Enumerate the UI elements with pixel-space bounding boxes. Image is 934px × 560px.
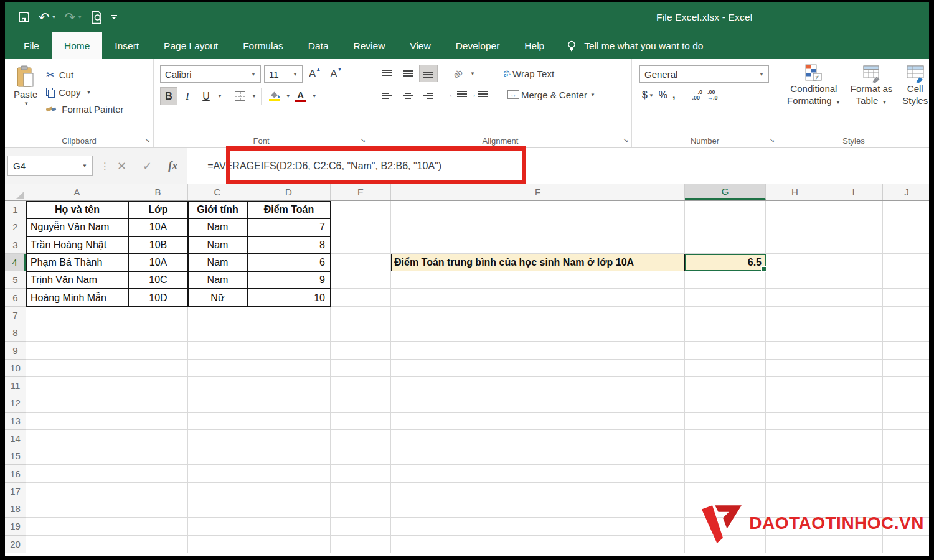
accounting-format-button[interactable]: $▼ [642,90,654,101]
font-color-chevron-icon[interactable]: ▼ [312,93,317,99]
cell-E15[interactable] [331,447,391,465]
tab-formulas[interactable]: Formulas [230,32,296,59]
cell-J2[interactable] [883,218,929,236]
cell-A19[interactable] [26,518,128,535]
cell-D17[interactable] [247,483,331,500]
cell-G1[interactable] [685,201,766,218]
cell-A11[interactable] [26,377,128,394]
cell-H13[interactable] [766,413,824,430]
cell-F12[interactable] [391,394,685,412]
row-header-17[interactable]: 17 [5,483,26,500]
decrease-decimal-button[interactable]: .00→.0 [707,90,718,101]
cell-F5[interactable] [391,271,685,289]
borders-chevron-icon[interactable]: ▼ [252,93,257,99]
cell-C3[interactable]: Nam [188,236,247,254]
cell-D1[interactable]: Điểm Toán [247,201,331,218]
cell-A20[interactable] [26,536,128,553]
fill-color-chevron-icon[interactable]: ▼ [286,93,291,99]
cell-F3[interactable] [391,236,685,254]
cell-D13[interactable] [247,413,331,430]
column-header-E[interactable]: E [331,184,391,200]
cell-I10[interactable] [824,360,883,377]
column-header-B[interactable]: B [128,184,188,200]
cell-C6[interactable]: Nữ [188,289,247,306]
cell-F2[interactable] [391,218,685,236]
cell-H17[interactable] [766,483,824,500]
row-header-2[interactable]: 2 [5,218,26,236]
cell-I2[interactable] [824,218,883,236]
cell-G7[interactable] [685,307,766,324]
align-center-button[interactable] [399,86,417,103]
cell-G6[interactable] [685,289,766,306]
orientation-button[interactable]: ab [448,65,467,82]
cell-J1[interactable] [883,201,929,218]
cell-A18[interactable] [26,500,128,518]
align-left-button[interactable] [378,86,397,103]
row-header-16[interactable]: 16 [5,465,26,482]
cell-B18[interactable] [128,500,188,518]
fill-handle[interactable] [761,266,767,272]
cell-I4[interactable] [824,254,883,271]
cell-H2[interactable] [766,218,824,236]
cell-D8[interactable] [247,324,331,342]
cell-H15[interactable] [766,447,824,465]
increase-decimal-button[interactable]: ←.0.00 [692,90,703,101]
cell-F9[interactable] [391,342,685,359]
tab-insert[interactable]: Insert [102,32,151,59]
cell-E10[interactable] [331,360,391,377]
cell-D5[interactable]: 9 [247,271,331,289]
cell-C8[interactable] [188,324,247,342]
cell-H4[interactable] [766,254,824,271]
cell-A3[interactable]: Trần Hoàng Nhật [26,236,128,254]
cell-H12[interactable] [766,394,824,412]
cell-D6[interactable]: 10 [247,289,331,306]
cell-E4[interactable] [331,254,391,271]
row-header-13[interactable]: 13 [5,413,26,430]
cell-D2[interactable]: 7 [247,218,331,236]
cell-J14[interactable] [883,430,929,447]
cell-B12[interactable] [128,394,188,412]
row-header-1[interactable]: 1 [5,201,26,218]
cell-C15[interactable] [188,447,247,465]
cell-F17[interactable] [391,483,685,500]
cell-C7[interactable] [188,307,247,324]
cell-G11[interactable] [685,377,766,394]
cell-D20[interactable] [247,536,331,553]
cell-F6[interactable] [391,289,685,306]
copy-button[interactable]: Copy ▼ [44,86,126,99]
cell-E14[interactable] [331,430,391,447]
cell-C1[interactable]: Giới tính [188,201,247,218]
cell-C5[interactable]: Nam [188,271,247,289]
column-header-H[interactable]: H [766,184,824,200]
cell-B4[interactable]: 10A [128,254,188,271]
decrease-indent-button[interactable]: ← [448,86,467,103]
row-header-8[interactable]: 8 [5,324,26,342]
cell-G17[interactable] [685,483,766,500]
underline-button[interactable]: U [197,87,215,105]
cell-B9[interactable] [128,342,188,359]
save-icon[interactable] [17,11,31,24]
cell-C17[interactable] [188,483,247,500]
cell-D14[interactable] [247,430,331,447]
number-format-combobox[interactable]: General▼ [639,65,769,83]
cell-H9[interactable] [766,342,824,359]
cell-B19[interactable] [128,518,188,535]
cell-I13[interactable] [824,413,883,430]
row-header-19[interactable]: 19 [5,518,26,535]
cell-E8[interactable] [331,324,391,342]
cell-B14[interactable] [128,430,188,447]
cell-G8[interactable] [685,324,766,342]
cell-C18[interactable] [188,500,247,518]
middle-align-button[interactable] [399,65,417,82]
cell-J17[interactable] [883,483,929,500]
cell-C10[interactable] [188,360,247,377]
cell-E11[interactable] [331,377,391,394]
cell-J9[interactable] [883,342,929,359]
column-header-F[interactable]: F [391,184,685,200]
align-right-button[interactable] [419,86,438,103]
cell-A4[interactable]: Phạm Bá Thành [26,254,128,271]
cell-G9[interactable] [685,342,766,359]
row-header-20[interactable]: 20 [5,536,26,553]
cell-H1[interactable] [766,201,824,218]
cell-G4[interactable]: 6.5 [685,254,766,271]
